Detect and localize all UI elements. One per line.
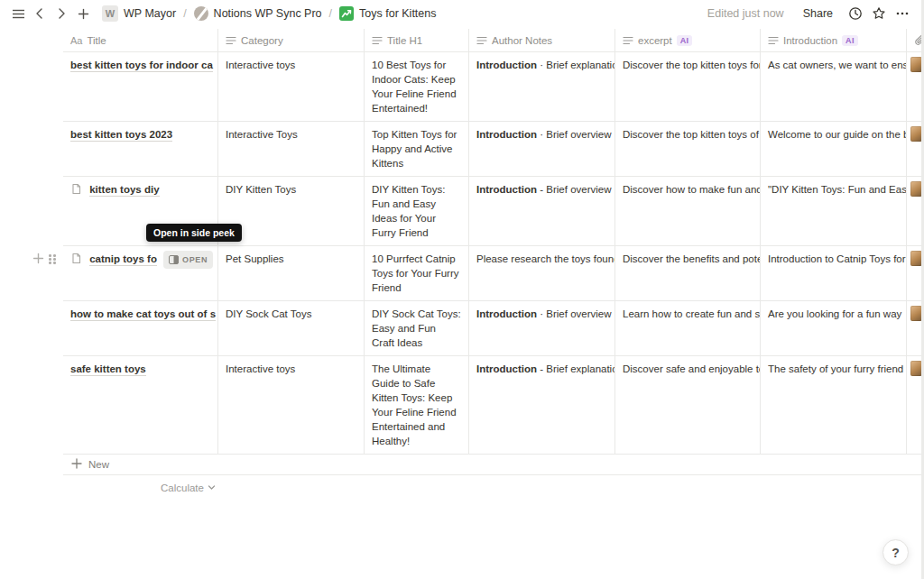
plus-icon xyxy=(78,8,89,20)
breadcrumb-item-sync-pro[interactable]: Notions WP Sync Pro xyxy=(189,5,327,23)
cell-category[interactable]: Interactive Toys xyxy=(218,122,365,176)
cell-category[interactable]: DIY Sock Cat Toys xyxy=(218,301,365,355)
row-hover-controls xyxy=(32,253,57,266)
drag-handle-icon[interactable] xyxy=(48,253,57,265)
column-header-author-notes[interactable]: Author Notes xyxy=(469,29,615,51)
text-property-icon xyxy=(476,35,487,46)
edited-status: Edited just now xyxy=(707,7,784,20)
cell-category[interactable]: Interactive toys xyxy=(218,52,365,121)
notes-bold-text: Introduction xyxy=(476,184,537,195)
sidebar-toggle-button[interactable] xyxy=(7,3,29,24)
cell-introduction[interactable]: Welcome to our guide on the b xyxy=(761,122,907,176)
cell-title-h1[interactable]: 10 Purrfect Catnip Toys for Your Furry F… xyxy=(365,246,469,300)
share-button[interactable]: Share xyxy=(797,5,839,23)
page-title-text: best kitten toys for indoor ca xyxy=(70,60,213,72)
workspace-icon: W xyxy=(102,5,118,22)
favorite-button[interactable] xyxy=(868,3,890,24)
column-header-introduction[interactable]: Introduction AI xyxy=(761,29,907,51)
hamburger-icon xyxy=(12,7,25,21)
cell-title-h1[interactable]: Top Kitten Toys for Happy and Active Kit… xyxy=(365,122,469,176)
cell-excerpt[interactable]: Discover the top kitten toys of xyxy=(615,122,761,176)
cell-title-h1[interactable]: DIY Kitten Toys: Fun and Easy Ideas for … xyxy=(365,177,469,245)
cell-author-notes[interactable]: Introduction - Brief explanation of the … xyxy=(469,356,615,454)
new-row-button[interactable]: New xyxy=(63,455,924,475)
notes-text: - Brief overview xyxy=(537,184,611,195)
breadcrumb-label: Toys for Kittens xyxy=(359,7,436,20)
notes-bold-text: Introduction xyxy=(476,60,537,70)
cell-title-h1[interactable]: DIY Sock Cat Toys: Easy and Fun Craft Id… xyxy=(365,301,469,355)
breadcrumb-item-workspace[interactable]: W WP Mayor xyxy=(97,4,180,23)
cell-title-h1[interactable]: The Ultimate Guide to Safe Kitten Toys: … xyxy=(365,356,469,454)
breadcrumb-separator: / xyxy=(182,7,187,20)
cell-author-notes[interactable]: Introduction · Brief overview xyxy=(469,122,615,176)
chevron-down-icon xyxy=(208,482,216,493)
column-header-category[interactable]: Category xyxy=(218,29,365,51)
cell-introduction[interactable]: "DIY Kitten Toys: Fun and Easy xyxy=(761,177,907,245)
notes-text: · Brief overview xyxy=(537,129,611,140)
column-header-excerpt[interactable]: excerpt AI xyxy=(615,29,761,51)
breadcrumb-item-current-page[interactable]: Toys for Kittens xyxy=(335,5,440,23)
cell-excerpt[interactable]: Discover the top kitten toys for xyxy=(615,52,761,121)
question-mark-icon: ? xyxy=(892,546,900,560)
cell-introduction[interactable]: The safety of your furry friend xyxy=(761,356,907,454)
cell-excerpt[interactable]: Discover the benefits and pote xyxy=(615,246,761,300)
open-button-label: OPEN xyxy=(182,253,208,267)
page-icon xyxy=(70,255,85,266)
table-footer: Calculate xyxy=(63,475,924,501)
cell-introduction[interactable]: Are you looking for a fun way xyxy=(761,301,907,355)
page-title-text: catnip toys fo xyxy=(89,253,157,266)
cell-title[interactable]: how to make cat toys out of s xyxy=(63,301,218,355)
breadcrumb-label: WP Mayor xyxy=(124,7,176,20)
cell-category[interactable]: Pet Supplies xyxy=(218,246,365,300)
table-row: catnip toys fo OPEN Pet Supplies 10 Purr… xyxy=(63,246,924,301)
notes-text: · Brief overview xyxy=(537,308,611,319)
column-header-title[interactable]: Aa Title xyxy=(63,29,218,51)
notes-text: · Brief explanation of the im xyxy=(537,60,615,70)
help-button[interactable]: ? xyxy=(882,539,909,565)
nav-back-button[interactable] xyxy=(29,3,51,24)
star-icon xyxy=(872,6,886,21)
green-chart-icon xyxy=(339,6,354,21)
table-row: how to make cat toys out of s DIY Sock C… xyxy=(63,301,924,356)
ai-badge: AI xyxy=(677,35,693,46)
side-peek-icon xyxy=(169,255,179,264)
more-options-button[interactable] xyxy=(892,3,913,24)
notion-window: W WP Mayor / Notions WP Sync Pro / Toys … xyxy=(0,0,924,579)
database-table: Aa Title Category Title H1 Author Notes xyxy=(63,29,924,501)
open-button[interactable]: OPEN xyxy=(163,251,213,269)
cell-author-notes[interactable]: Introduction · Brief overview xyxy=(469,301,615,355)
cell-title-h1[interactable]: 10 Best Toys for Indoor Cats: Keep Your … xyxy=(365,52,469,121)
history-button[interactable] xyxy=(845,3,866,24)
plus-icon xyxy=(71,458,82,471)
cell-introduction[interactable]: As cat owners, we want to ensu xyxy=(761,52,907,121)
table-row: safe kitten toys Interactive toys The Ul… xyxy=(63,356,924,455)
cell-title[interactable]: best kitten toys for indoor ca xyxy=(63,52,218,121)
cell-author-notes[interactable]: Introduction - Brief overview xyxy=(469,177,615,245)
ai-badge: AI xyxy=(842,35,858,46)
breadcrumb-label: Notions WP Sync Pro xyxy=(214,7,322,20)
new-row-label: New xyxy=(88,459,109,470)
cell-author-notes[interactable]: Introduction · Brief explanation of the … xyxy=(469,52,615,121)
cell-excerpt[interactable]: Learn how to create fun and si xyxy=(615,301,761,355)
cell-excerpt[interactable]: Discover safe and enjoyable to xyxy=(615,356,761,454)
table-row: best kitten toys 2023 Interactive Toys T… xyxy=(63,122,924,177)
topbar-actions: Edited just now Share xyxy=(707,3,913,24)
notes-bold-text: Introduction xyxy=(476,129,537,140)
page-icon xyxy=(70,186,85,197)
cell-title[interactable]: catnip toys fo OPEN xyxy=(63,246,218,300)
topbar: W WP Mayor / Notions WP Sync Pro / Toys … xyxy=(0,0,924,27)
cell-title[interactable]: best kitten toys 2023 xyxy=(63,122,218,176)
calculate-button[interactable]: Calculate xyxy=(161,482,216,493)
add-row-icon[interactable] xyxy=(32,253,44,266)
cell-category[interactable]: Interactive toys xyxy=(218,356,365,454)
breadcrumb: W WP Mayor / Notions WP Sync Pro / Toys … xyxy=(97,4,441,23)
column-header-title-h1[interactable]: Title H1 xyxy=(365,29,469,51)
breadcrumb-separator: / xyxy=(328,7,333,20)
cell-introduction[interactable]: Introduction to Catnip Toys for xyxy=(761,246,907,300)
cell-excerpt[interactable]: Discover how to make fun and xyxy=(615,177,761,245)
title-property-icon: Aa xyxy=(70,35,82,46)
new-page-button[interactable] xyxy=(72,3,94,24)
nav-forward-button[interactable] xyxy=(51,3,72,24)
cell-title[interactable]: safe kitten toys xyxy=(63,356,218,454)
cell-author-notes[interactable]: Please research the toys found xyxy=(469,246,615,300)
